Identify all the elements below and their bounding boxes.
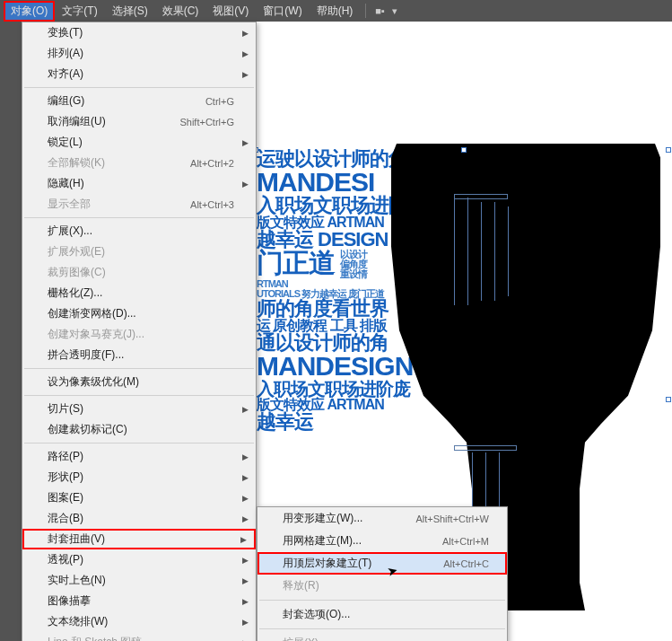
menu-item-f[interactable]: 拼合透明度(F)... [22, 345, 256, 365]
menu-label: 隐藏(H) [48, 176, 84, 191]
menu-item-k: 全部解锁(K)Alt+Ctrl+2 [22, 153, 256, 173]
menu-separator [24, 87, 254, 88]
submenu-item-o[interactable]: 封套选项(O)... [257, 603, 507, 626]
chevron-right-icon: ▶ [242, 138, 249, 147]
menu-item-z[interactable]: 栅格化(Z)... [22, 283, 256, 303]
menu-item-m[interactable]: 设为像素级优化(M) [22, 372, 256, 392]
menu-label: 取消编组(U) [48, 114, 106, 129]
menu-help[interactable]: 帮助(H) [310, 1, 361, 22]
shortcut-label: Ctrl+G [205, 96, 234, 107]
menu-item-j: 创建对象马赛克(J)... [22, 324, 256, 345]
menu-item-g[interactable]: 编组(G)Ctrl+G [22, 91, 256, 111]
menu-separator [24, 395, 254, 396]
chevron-right-icon: ▶ [242, 452, 249, 461]
menu-item-[interactable]: 图像描摹▶ [22, 591, 256, 611]
chevron-right-icon: ▶ [242, 618, 249, 627]
menu-label: 实时上色(N) [48, 573, 106, 588]
chevron-right-icon: ▶ [242, 473, 249, 482]
menu-label: 栅格化(Z)... [48, 285, 102, 301]
chevron-right-icon: ▶ [242, 405, 249, 414]
menu-label: 创建渐变网格(D)... [48, 306, 136, 321]
menu-item-c: 裁剪图像(C) [22, 262, 256, 283]
menu-item-linesketch: Line 和 Sketch 图稿▶ [22, 632, 256, 641]
menu-label: 封套选项(O)... [283, 607, 350, 622]
menu-type[interactable]: 文字(T) [55, 1, 104, 22]
menu-item-b[interactable]: 混合(B)▶ [22, 508, 256, 529]
menu-item-v[interactable]: 封套扭曲(V)▶ [22, 529, 256, 549]
menu-separator [24, 368, 254, 369]
menu-label: 混合(B) [48, 511, 83, 526]
submenu-item-m[interactable]: 用网格建立(M)...Alt+Ctrl+M [257, 530, 507, 552]
selection-handle[interactable] [461, 147, 467, 153]
menu-label: 创建对象马赛克(J)... [48, 327, 144, 342]
menu-item-: 显示全部Alt+Ctrl+3 [22, 194, 256, 215]
menu-item-a[interactable]: 排列(A)▶ [22, 43, 256, 64]
submenu-item-w[interactable]: 用变形建立(W)...Alt+Shift+Ctrl+W [257, 507, 507, 530]
menu-item-p[interactable]: 路径(P)▶ [22, 446, 256, 467]
menu-label: 对齐(A) [48, 66, 83, 82]
menu-label: 创建裁切标记(C) [48, 422, 127, 437]
artboard-bg [257, 22, 672, 149]
chevron-right-icon: ▶ [242, 494, 249, 503]
menu-item-p[interactable]: 形状(P)▶ [22, 467, 256, 487]
menu-label: 用网格建立(M)... [283, 533, 362, 549]
menu-effect[interactable]: 效果(C) [155, 1, 206, 22]
control-bar-icon[interactable]: ■▪ [371, 5, 388, 16]
menu-label: 显示全部 [48, 197, 91, 212]
menu-window[interactable]: 窗口(W) [256, 1, 309, 22]
menu-item-e: 扩展外观(E) [22, 241, 256, 262]
menu-label: 拼合透明度(F)... [48, 347, 124, 363]
menu-label: 锁定(L) [48, 135, 83, 150]
menubar: 对象(O) 文字(T) 选择(S) 效果(C) 视图(V) 窗口(W) 帮助(H… [0, 0, 672, 22]
shortcut-label: Alt+Ctrl+2 [190, 158, 234, 169]
menu-item-s[interactable]: 切片(S)▶ [22, 399, 256, 419]
menu-item-n[interactable]: 实时上色(N)▶ [22, 570, 256, 591]
menu-item-w[interactable]: 文本绕排(W)▶ [22, 611, 256, 632]
menu-label: 路径(P) [48, 449, 83, 464]
menu-label: 切片(S) [48, 401, 83, 417]
submenu-item-t[interactable]: 用顶层对象建立(T)Alt+Ctrl+C [257, 552, 507, 575]
menu-label: 封套扭曲(V) [48, 531, 105, 547]
menu-label: 文本绕排(W) [48, 614, 108, 629]
control-dropdown-icon[interactable]: ▾ [388, 5, 401, 17]
menu-label: 透视(P) [48, 552, 83, 567]
chevron-right-icon: ▶ [240, 535, 247, 544]
menu-item-t[interactable]: 变换(T)▶ [22, 22, 256, 43]
menu-label: 用变形建立(W)... [283, 511, 362, 526]
menu-object[interactable]: 对象(O) [4, 1, 55, 22]
shortcut-label: Alt+Shift+Ctrl+W [415, 514, 489, 524]
menu-item-x[interactable]: 扩展(X)... [22, 221, 256, 241]
menu-item-e[interactable]: 图案(E)▶ [22, 487, 256, 508]
chevron-right-icon: ▶ [242, 514, 249, 523]
menu-item-u[interactable]: 取消编组(U)Shift+Ctrl+G [22, 111, 256, 132]
menu-label: 裁剪图像(C) [48, 265, 106, 280]
menu-item-h[interactable]: 隐藏(H)▶ [22, 173, 256, 194]
chevron-right-icon: ▶ [242, 49, 249, 58]
chevron-right-icon: ▶ [242, 180, 249, 189]
chevron-right-icon: ▶ [242, 638, 249, 642]
menu-label: 扩展(X) [283, 636, 319, 641]
menu-label: 变换(T) [48, 25, 83, 40]
menu-item-l[interactable]: 锁定(L)▶ [22, 132, 256, 153]
selection-handle[interactable] [666, 147, 671, 153]
shortcut-label: Alt+Ctrl+C [443, 558, 489, 569]
menu-label: 扩展(X)... [48, 224, 92, 239]
shortcut-label: Shift+Ctrl+G [179, 117, 234, 127]
chevron-right-icon: ▶ [242, 29, 249, 38]
envelope-distort-submenu: 用变形建立(W)...Alt+Shift+Ctrl+W用网格建立(M)...Al… [257, 506, 508, 641]
menu-view[interactable]: 视图(V) [205, 1, 256, 22]
text-row: 门正道 [257, 250, 335, 279]
menu-label: Line 和 Sketch 图稿 [48, 635, 142, 641]
shortcut-label: Alt+Ctrl+M [442, 536, 489, 547]
menu-item-a[interactable]: 对齐(A)▶ [22, 64, 256, 84]
menu-label: 排列(A) [48, 46, 83, 61]
menu-item-p[interactable]: 透视(P)▶ [22, 549, 256, 570]
menu-item-d[interactable]: 创建渐变网格(D)... [22, 303, 256, 324]
menu-select[interactable]: 选择(S) [105, 1, 155, 22]
menu-label: 图案(E) [48, 490, 83, 505]
selection-handle[interactable] [666, 397, 671, 402]
menu-item-c[interactable]: 创建裁切标记(C) [22, 419, 256, 440]
menu-separator [259, 600, 505, 601]
separator [365, 4, 366, 18]
selection-handle[interactable] [257, 147, 258, 153]
